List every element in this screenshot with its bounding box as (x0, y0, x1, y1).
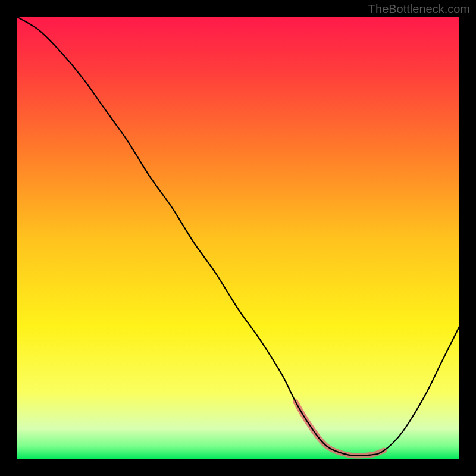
bottleneck-curve-svg (17, 17, 459, 459)
bottleneck-curve-line (17, 17, 459, 456)
plot-area (17, 17, 459, 459)
optimal-zone-highlight (296, 402, 384, 456)
attribution-text: TheBottleneck.com (368, 2, 470, 16)
